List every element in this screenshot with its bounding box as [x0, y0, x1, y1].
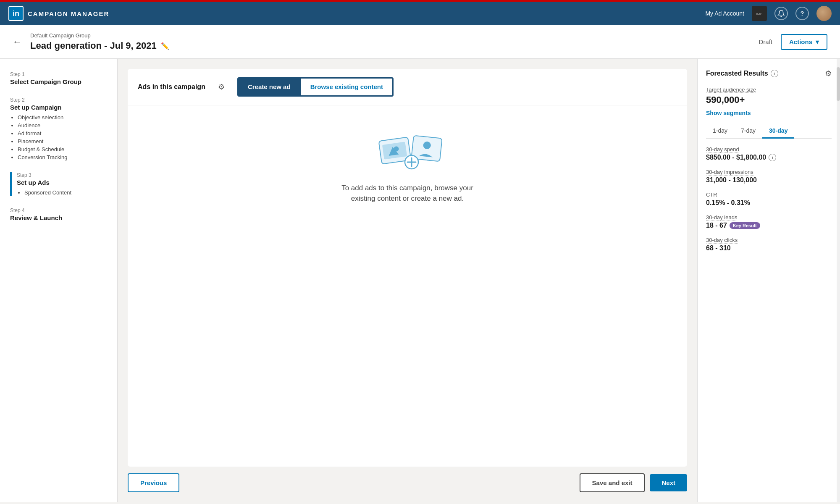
- step-3-subitems: Sponsored Content: [17, 189, 107, 196]
- brand: in CAMPAIGN MANAGER: [8, 6, 109, 21]
- content-area: Ads in this campaign ⚙ Create new ad Bro…: [118, 59, 697, 502]
- edit-pencil-icon[interactable]: ✏️: [161, 42, 169, 50]
- step-4-label: Step 4: [10, 207, 107, 213]
- metric-ctr-label: CTR: [706, 192, 717, 198]
- right-panel: Forecasted Results i ⚙ Target audience s…: [697, 59, 840, 502]
- settings-icon[interactable]: ⚙: [218, 82, 225, 92]
- forecasted-title: Forecasted Results i: [706, 70, 778, 77]
- chevron-down-icon: ▾: [816, 38, 819, 46]
- ad-tab-group: Create new ad Browse existing content: [237, 77, 394, 97]
- next-button[interactable]: Next: [650, 474, 687, 491]
- metric-spend-value: $850.00 - $1,800.00 i: [706, 154, 832, 161]
- save-and-exit-button[interactable]: Save and exit: [580, 473, 645, 492]
- sidebar: Step 1 Select Campaign Group Step 2 Set …: [0, 59, 118, 502]
- top-nav: in CAMPAIGN MANAGER My Ad Account IMG ?: [0, 0, 840, 25]
- metric-leads: 30-day leads 18 - 67 Key Result: [706, 213, 832, 229]
- create-new-ad-tab[interactable]: Create new ad: [239, 79, 301, 95]
- metric-impressions-value: 31,000 - 130,000: [706, 176, 832, 184]
- list-item: Audience: [18, 122, 107, 129]
- metric-clicks-value: 68 - 310: [706, 244, 832, 252]
- previous-button[interactable]: Previous: [128, 473, 179, 492]
- sidebar-step-2: Step 2 Set up Campaign Objective selecti…: [10, 97, 107, 160]
- draft-status: Draft: [759, 38, 772, 45]
- svg-text:IMG: IMG: [756, 12, 762, 16]
- ads-panel-header: Ads in this campaign ⚙ Create new ad Bro…: [128, 69, 687, 105]
- day-tab-7[interactable]: 7-day: [734, 124, 762, 139]
- header-bar: ← Default Campaign Group Lead generation…: [0, 25, 840, 59]
- user-avatar[interactable]: [816, 6, 832, 21]
- step-1-label: Step 1: [10, 71, 107, 77]
- browse-existing-tab[interactable]: Browse existing content: [301, 79, 392, 95]
- step-2-label: Step 2: [10, 97, 107, 103]
- sidebar-step-1: Step 1 Select Campaign Group: [10, 71, 107, 85]
- metric-leads-label: 30-day leads: [706, 214, 737, 221]
- step-2-subitems: Objective selection Audience Ad format P…: [10, 114, 107, 160]
- list-item: Conversion Tracking: [18, 154, 107, 160]
- list-item: Objective selection: [18, 114, 107, 121]
- sidebar-step-3: Step 3 Set up Ads Sponsored Content: [10, 172, 107, 196]
- metric-spend: 30-day spend $850.00 - $1,800.00 i: [706, 145, 832, 161]
- day-tab-1[interactable]: 1-day: [706, 124, 734, 139]
- metric-leads-value: 18 - 67 Key Result: [706, 222, 832, 229]
- key-result-badge: Key Result: [730, 222, 760, 229]
- forecasted-info-icon[interactable]: i: [771, 70, 778, 77]
- metric-impressions: 30-day impressions 31,000 - 130,000: [706, 168, 832, 184]
- account-thumbnail[interactable]: IMG: [752, 6, 767, 21]
- help-icon[interactable]: ?: [795, 7, 809, 20]
- ad-illustration: [378, 131, 437, 173]
- ad-account-label: My Ad Account: [705, 10, 744, 17]
- metric-ctr-value: 0.15% - 0.31%: [706, 199, 832, 207]
- campaign-group-label: Default Campaign Group: [30, 32, 169, 39]
- linkedin-logo: in: [8, 6, 24, 21]
- list-item: Ad format: [18, 130, 107, 136]
- sidebar-step-4: Step 4 Review & Launch: [10, 207, 107, 221]
- empty-state: To add ads to this campaign, browse your…: [128, 105, 687, 229]
- scrollbar-thumb[interactable]: [837, 67, 840, 101]
- step-3-title: Set up Ads: [17, 179, 107, 186]
- list-item: Sponsored Content: [24, 189, 107, 196]
- show-segments-link[interactable]: Show segments: [706, 110, 832, 116]
- main-layout: Step 1 Select Campaign Group Step 2 Set …: [0, 59, 840, 502]
- spend-info-icon[interactable]: i: [769, 154, 776, 161]
- metric-clicks: 30-day clicks 68 - 310: [706, 236, 832, 252]
- audience-size-label: Target audience size: [706, 87, 832, 93]
- day-tab-30[interactable]: 30-day: [762, 124, 794, 139]
- step-3-label: Step 3: [17, 172, 107, 178]
- step-2-title: Set up Campaign: [10, 104, 107, 111]
- audience-size-value: 590,000+: [706, 94, 832, 105]
- header-right: Draft Actions ▾: [759, 34, 827, 50]
- day-tabs: 1-day 7-day 30-day: [706, 124, 832, 139]
- empty-state-text: To add ads to this campaign, browse your…: [336, 183, 479, 204]
- back-button[interactable]: ←: [13, 37, 22, 47]
- forecasted-settings-icon[interactable]: ⚙: [825, 69, 832, 78]
- metric-impressions-label: 30-day impressions: [706, 169, 753, 176]
- scrollbar-track[interactable]: [837, 59, 840, 502]
- campaign-title: Lead generation - Jul 9, 2021 ✏️: [30, 40, 169, 51]
- list-item: Budget & Schedule: [18, 146, 107, 152]
- metric-ctr: CTR 0.15% - 0.31%: [706, 191, 832, 207]
- list-item: Placement: [18, 138, 107, 144]
- top-nav-right: My Ad Account IMG ?: [705, 6, 832, 21]
- step-4-title: Review & Launch: [10, 214, 107, 221]
- bottom-bar: Previous Save and exit Next: [128, 467, 687, 492]
- campaign-info: Default Campaign Group Lead generation -…: [30, 32, 169, 51]
- actions-button[interactable]: Actions ▾: [781, 34, 827, 50]
- metric-spend-label: 30-day spend: [706, 146, 739, 153]
- brand-text: CAMPAIGN MANAGER: [28, 10, 109, 17]
- forecasted-header: Forecasted Results i ⚙: [706, 69, 832, 78]
- ads-panel: Ads in this campaign ⚙ Create new ad Bro…: [128, 69, 687, 467]
- metric-clicks-label: 30-day clicks: [706, 237, 738, 244]
- step-1-title: Select Campaign Group: [10, 78, 107, 85]
- notifications-icon[interactable]: [774, 7, 788, 20]
- ads-in-campaign-label: Ads in this campaign: [138, 83, 205, 91]
